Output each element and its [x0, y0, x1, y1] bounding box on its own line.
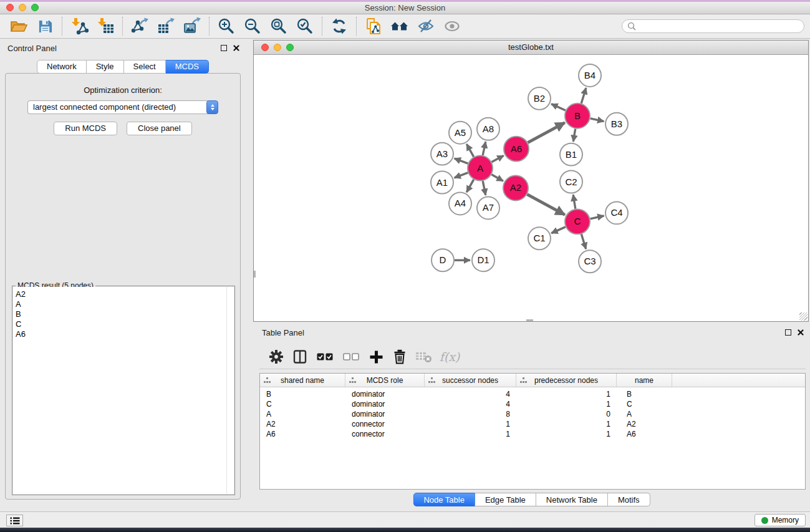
- graph-edge-A-A5[interactable]: [466, 144, 473, 157]
- split-view-icon[interactable]: [288, 347, 312, 367]
- delete-column-icon[interactable]: [388, 347, 412, 367]
- graph-edge-A6-B[interactable]: [528, 123, 565, 143]
- graph-node-B2[interactable]: B2: [528, 87, 551, 110]
- close-network-window-button[interactable]: [261, 44, 269, 51]
- graph-node-C4[interactable]: C4: [605, 201, 628, 224]
- minimize-network-window-button[interactable]: [274, 44, 281, 51]
- graph-edge-B-B1[interactable]: [573, 128, 575, 142]
- graph-edge-A-A1[interactable]: [455, 173, 468, 178]
- float-panel-icon[interactable]: [221, 45, 227, 51]
- save-session-icon[interactable]: [32, 16, 58, 37]
- horizontal-scrollbar-thumb[interactable]: [526, 319, 533, 321]
- table-row[interactable]: A2connector11A2: [260, 419, 805, 429]
- open-session-icon[interactable]: [6, 16, 32, 37]
- hide-selected-icon[interactable]: [413, 16, 439, 37]
- tab-mcds[interactable]: MCDS: [166, 60, 209, 74]
- graph-node-A7[interactable]: A7: [477, 196, 499, 219]
- tab-style[interactable]: Style: [87, 60, 124, 74]
- tab-motifs[interactable]: Motifs: [608, 493, 650, 506]
- graph-node-C1[interactable]: C1: [528, 227, 551, 249]
- memory-button[interactable]: Memory: [755, 514, 806, 526]
- table-row[interactable]: A6connector11A6: [260, 429, 805, 439]
- first-neighbors-icon[interactable]: [387, 16, 413, 37]
- tab-edge-table[interactable]: Edge Table: [475, 493, 536, 506]
- graph-edge-B-B3[interactable]: [591, 118, 604, 122]
- graph-node-B4[interactable]: B4: [579, 64, 601, 87]
- graph-node-A2[interactable]: A2: [503, 176, 528, 201]
- close-window-button[interactable]: [6, 4, 14, 11]
- zoom-in-icon[interactable]: [213, 16, 239, 37]
- close-panel-button[interactable]: Close panel: [127, 122, 192, 135]
- graph-node-A1[interactable]: A1: [431, 172, 453, 194]
- zoom-fit-icon[interactable]: [266, 16, 292, 37]
- tab-node-table[interactable]: Node Table: [413, 493, 475, 506]
- table-row[interactable]: Adominator80A: [260, 409, 805, 419]
- hidden-panels-button[interactable]: [6, 515, 23, 526]
- column-header-shared-name[interactable]: shared name: [260, 374, 345, 387]
- close-panel-icon[interactable]: [798, 329, 804, 336]
- graph-node-B3[interactable]: B3: [605, 113, 628, 135]
- add-column-icon[interactable]: [364, 347, 388, 367]
- graph-edge-B-B2[interactable]: [551, 104, 566, 110]
- select-all-icon[interactable]: [312, 347, 338, 367]
- graph-node-C[interactable]: C: [565, 209, 590, 234]
- delete-table-icon[interactable]: [412, 347, 435, 367]
- graph-node-C2[interactable]: C2: [560, 171, 582, 193]
- graph-edge-C-C1[interactable]: [551, 227, 566, 233]
- export-table-icon[interactable]: [153, 16, 179, 37]
- column-header-successor-nodes[interactable]: successor nodes: [425, 374, 516, 387]
- table-row[interactable]: Bdominator41B: [260, 389, 805, 399]
- show-all-icon[interactable]: [439, 16, 465, 37]
- export-network-icon[interactable]: [127, 16, 153, 37]
- tab-network[interactable]: Network: [37, 60, 87, 74]
- column-header-predecessor-nodes[interactable]: predecessor nodes: [516, 374, 617, 387]
- close-panel-icon[interactable]: [233, 45, 239, 51]
- graph-node-C3[interactable]: C3: [579, 250, 601, 273]
- graph-edge-C-C3[interactable]: [581, 234, 586, 249]
- graph-edge-A-A7[interactable]: [483, 181, 486, 195]
- graph-edge-A-A3[interactable]: [455, 158, 468, 163]
- refresh-icon[interactable]: [326, 16, 352, 37]
- graph-node-A8[interactable]: A8: [477, 118, 499, 140]
- search-input[interactable]: [639, 21, 799, 32]
- new-network-from-selection-icon[interactable]: [360, 16, 387, 37]
- mcds-result-item[interactable]: A2: [13, 289, 234, 299]
- mcds-result-item[interactable]: B: [13, 309, 234, 319]
- zoom-network-window-button[interactable]: [286, 44, 294, 51]
- optimization-criterion-dropdown[interactable]: largest connected component (directed): [27, 100, 218, 114]
- deselect-all-icon[interactable]: [338, 347, 364, 367]
- graph-edge-A-A8[interactable]: [483, 142, 486, 155]
- graph-node-A6[interactable]: A6: [504, 137, 529, 162]
- gear-icon[interactable]: [264, 347, 288, 367]
- graph-node-A5[interactable]: A5: [449, 122, 471, 144]
- vertical-scrollbar-thumb[interactable]: [254, 271, 256, 278]
- mcds-result-item[interactable]: C: [13, 319, 234, 329]
- column-header-name[interactable]: name: [617, 374, 672, 387]
- graph-node-D[interactable]: D: [432, 249, 454, 271]
- run-mcds-button[interactable]: Run MCDS: [54, 122, 117, 135]
- graph-node-A4[interactable]: A4: [449, 192, 471, 215]
- function-builder-icon[interactable]: f(x): [435, 347, 464, 367]
- graph-edge-A-A4[interactable]: [466, 180, 473, 192]
- network-canvas[interactable]: AA1A2A3A4A5A6A7A8BB1B2B3B4CC1C2C3C4DD1: [254, 55, 808, 321]
- graph-edge-C-C4[interactable]: [591, 216, 604, 219]
- zoom-out-icon[interactable]: [239, 16, 266, 37]
- graph-node-B1[interactable]: B1: [560, 143, 582, 166]
- graph-edge-A-A6[interactable]: [492, 155, 504, 162]
- mcds-result-item[interactable]: A6: [13, 329, 234, 339]
- graph-node-A3[interactable]: A3: [431, 143, 453, 165]
- graph-node-D1[interactable]: D1: [472, 249, 494, 271]
- import-table-icon[interactable]: [92, 16, 118, 37]
- mcds-result-list[interactable]: A2ABCA6: [13, 287, 234, 494]
- graph-edge-A2-C[interactable]: [527, 195, 564, 215]
- tab-select[interactable]: Select: [124, 60, 166, 74]
- tab-network-table[interactable]: Network Table: [536, 493, 608, 506]
- minimize-window-button[interactable]: [19, 4, 26, 11]
- graph-edge-A-A2[interactable]: [491, 175, 503, 181]
- mcds-result-item[interactable]: A: [13, 299, 234, 309]
- zoom-selected-icon[interactable]: [292, 16, 318, 37]
- search-box[interactable]: [622, 19, 804, 33]
- table-row[interactable]: Cdominator41C: [260, 399, 805, 409]
- window-resize-grip[interactable]: [799, 312, 808, 321]
- export-image-icon[interactable]: [179, 16, 205, 37]
